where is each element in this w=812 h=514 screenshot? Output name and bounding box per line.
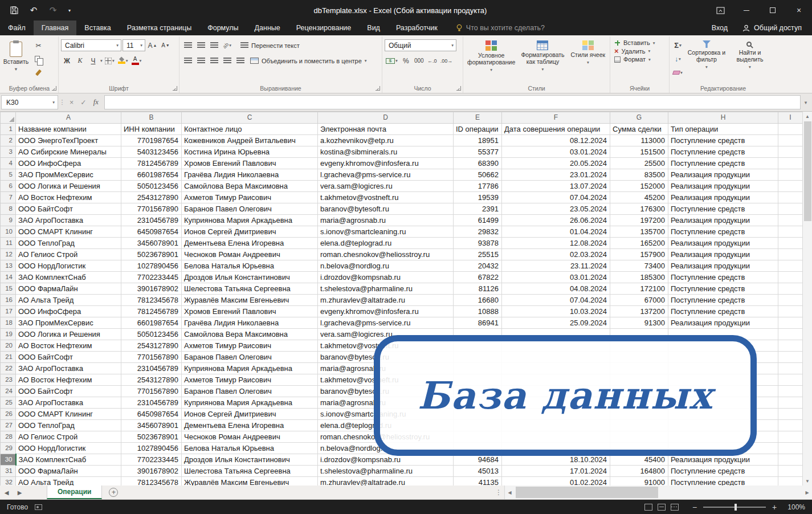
cell-E2[interactable]: 18951	[454, 135, 502, 146]
row-header-25[interactable]: 25	[1, 397, 16, 409]
row-header-15[interactable]: 15	[1, 283, 16, 295]
cell-B2[interactable]: 7701987654	[121, 135, 182, 146]
new-sheet-button[interactable]: +	[109, 488, 118, 497]
col-header-B[interactable]: B	[121, 112, 182, 124]
row-header-26[interactable]: 26	[1, 409, 16, 420]
sort-filter-button[interactable]: Сортировка и фильтр ▾	[686, 38, 727, 83]
col-header-F[interactable]: F	[502, 112, 610, 124]
cell-B23[interactable]: 2543127890	[121, 374, 182, 386]
cell-C18[interactable]: Грачёва Лидия Николаевна	[182, 317, 318, 329]
cell-B13[interactable]: 1027890456	[121, 260, 182, 272]
zoom-out-button[interactable]: −	[691, 503, 698, 512]
cell-E8[interactable]: 2391	[454, 203, 502, 215]
cell-F1[interactable]: Дата совершения операции	[502, 124, 610, 135]
cell-D10[interactable]: s.ionov@smartcleaning.ru	[318, 226, 454, 238]
find-select-button[interactable]: Найти и выделить ▾	[729, 38, 770, 83]
sign-in-button[interactable]: Вход	[712, 24, 728, 32]
font-name-combobox[interactable]: Calibri▾	[61, 39, 121, 51]
cell-B20[interactable]: 2543127890	[121, 340, 182, 352]
ribbon-tab-data[interactable]: Данные	[247, 21, 288, 35]
cell-B8[interactable]: 7701567890	[121, 203, 182, 215]
cell-G10[interactable]: 135700	[610, 226, 668, 238]
col-header-G[interactable]: G	[610, 112, 668, 124]
cell-C4[interactable]: Хромов Евгений Павлович	[182, 158, 318, 169]
cell-B10[interactable]: 6450987654	[121, 226, 182, 238]
cell-A8[interactable]: ООО БайтСофт	[16, 203, 121, 215]
tab-splitter-handle[interactable]: ⋮	[493, 488, 504, 496]
scroll-down-arrow[interactable]: ▼	[803, 476, 812, 486]
cell-C7[interactable]: Ахметов Тимур Раисович	[182, 192, 318, 203]
cell-D1[interactable]: Электронная почта	[318, 124, 454, 135]
cell-F3[interactable]: 03.01.2024	[502, 146, 610, 158]
cell-C10[interactable]: Ионов Сергей Дмитриевич	[182, 226, 318, 238]
cell-H14[interactable]: Поступление средств	[668, 272, 778, 283]
cell-C11[interactable]: Дементьева Елена Игоревна	[182, 238, 318, 249]
cell-B5[interactable]: 6601987654	[121, 169, 182, 181]
ribbon-tab-insert[interactable]: Вставка	[76, 21, 119, 35]
cell-B30[interactable]: 7702233445	[121, 454, 182, 466]
cell-F8[interactable]: 23.05.2024	[502, 203, 610, 215]
cell-I5[interactable]	[778, 169, 803, 181]
increase-decimal-button[interactable]: ←.0	[426, 55, 438, 67]
ribbon-tab-review[interactable]: Рецензирование	[288, 21, 360, 35]
cell-E17[interactable]: 10888	[454, 306, 502, 317]
cell-I28[interactable]	[778, 431, 803, 443]
cell-I24[interactable]	[778, 386, 803, 397]
row-header-22[interactable]: 22	[1, 363, 16, 374]
cell-A13[interactable]: ООО НордЛогистик	[16, 260, 121, 272]
cell-C1[interactable]: Контактное лицо	[182, 124, 318, 135]
fill-button[interactable]: ↓▾	[672, 53, 684, 65]
cell-B25[interactable]: 2310456789	[121, 397, 182, 409]
cell-B24[interactable]: 7701567890	[121, 386, 182, 397]
cell-B4[interactable]: 7812456789	[121, 158, 182, 169]
cell-E12[interactable]: 25515	[454, 249, 502, 260]
col-header-C[interactable]: C	[182, 112, 318, 124]
cell-F5[interactable]: 23.01.2024	[502, 169, 610, 181]
expand-formula-bar-button[interactable]: ▾	[801, 100, 811, 105]
cell-C24[interactable]: Баранов Павел Олегович	[182, 386, 318, 397]
close-button[interactable]: ×	[786, 0, 812, 21]
cell-G3[interactable]: 151500	[610, 146, 668, 158]
cell-B3[interactable]: 5403123456	[121, 146, 182, 158]
row-header-3[interactable]: 3	[1, 146, 16, 158]
increase-indent-button[interactable]	[234, 55, 246, 67]
cell-E7[interactable]: 19539	[454, 192, 502, 203]
ribbon-tab-formulas[interactable]: Формулы	[199, 21, 246, 35]
row-header-30[interactable]: 30	[1, 454, 16, 466]
bold-button[interactable]: Ж	[61, 55, 73, 67]
cell-H2[interactable]: Поступление средств	[668, 135, 778, 146]
normal-view-button[interactable]	[644, 504, 652, 511]
cell-D4[interactable]: evgeny.khromov@infosfera.ru	[318, 158, 454, 169]
cell-D16[interactable]: m.zhuravlev@altatrade.ru	[318, 295, 454, 306]
cell-H10[interactable]: Поступление средств	[668, 226, 778, 238]
cell-C31[interactable]: Шелестова Татьяна Сергеевна	[182, 466, 318, 477]
vertical-scrollbar[interactable]: ▲ ▼	[802, 112, 812, 486]
cell-B18[interactable]: 6601987654	[121, 317, 182, 329]
cell-I22[interactable]	[778, 363, 803, 374]
cell-C5[interactable]: Грачёва Лидия Николаевна	[182, 169, 318, 181]
cell-E16[interactable]: 16680	[454, 295, 502, 306]
align-left-button[interactable]	[182, 55, 194, 67]
cell-I12[interactable]	[778, 249, 803, 260]
zoom-level-button[interactable]: 100%	[785, 503, 805, 511]
cell-C9[interactable]: Куприянова Мария Аркадьевна	[182, 215, 318, 226]
cell-A6[interactable]: ООО Логика и Решения	[16, 181, 121, 192]
cell-H1[interactable]: Тип операции	[668, 124, 778, 135]
cell-D12[interactable]: roman.chesnokov@heliosstroy.ru	[318, 249, 454, 260]
wrap-text-button[interactable]: Перенести текст	[239, 42, 301, 49]
row-header-8[interactable]: 8	[1, 203, 16, 215]
cell-F31[interactable]: 17.01.2024	[502, 466, 610, 477]
cell-F13[interactable]: 23.11.2024	[502, 260, 610, 272]
cell-A30[interactable]: ЗАО КомплектСнаб	[16, 454, 121, 466]
share-button[interactable]: Общий доступ	[742, 24, 802, 32]
cell-B29[interactable]: 1027890456	[121, 443, 182, 454]
cell-G6[interactable]: 152000	[610, 181, 668, 192]
cell-I18[interactable]	[778, 317, 803, 329]
number-format-combobox[interactable]: Общий▾	[385, 39, 456, 51]
cell-F9[interactable]: 26.06.2024	[502, 215, 610, 226]
orientation-button[interactable]: ab▾	[221, 39, 233, 51]
row-header-6[interactable]: 6	[1, 181, 16, 192]
cell-C16[interactable]: Журавлёв Максим Евгеньевич	[182, 295, 318, 306]
row-header-2[interactable]: 2	[1, 135, 16, 146]
cell-B32[interactable]: 7812345678	[121, 477, 182, 486]
